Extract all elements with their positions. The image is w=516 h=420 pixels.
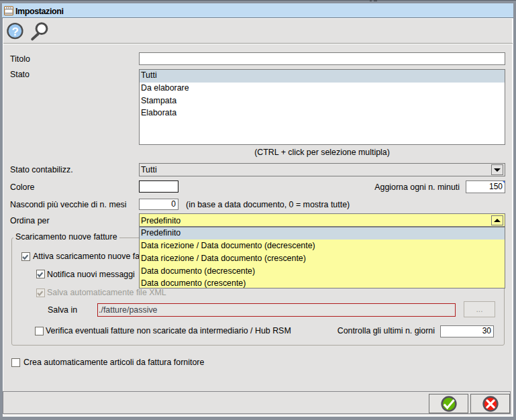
svg-text:?: ? [11, 25, 18, 38]
